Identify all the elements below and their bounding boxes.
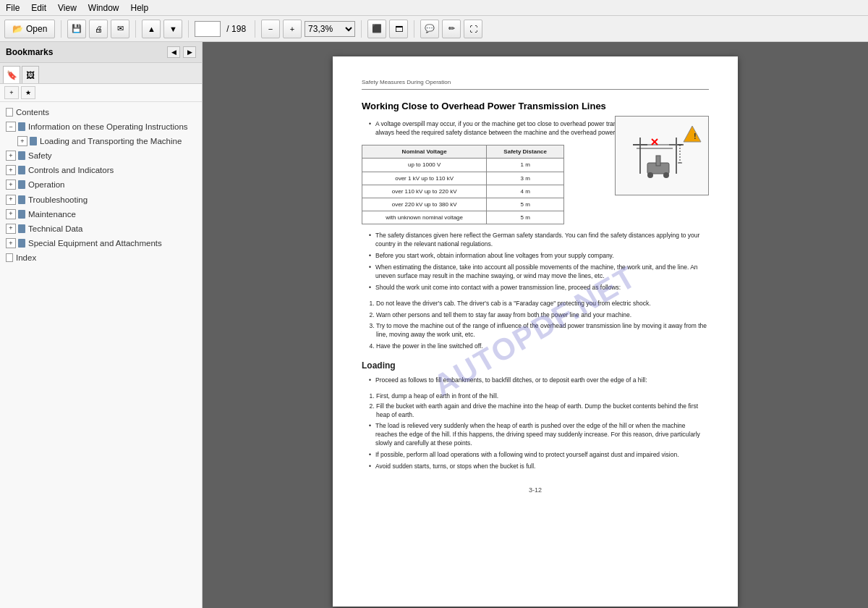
sidebar-collapse-button[interactable]: ◀ bbox=[167, 46, 180, 58]
toggle-info-ops[interactable]: − bbox=[6, 122, 16, 132]
sidebar-item-troubleshooting[interactable]: + Troubleshooting bbox=[0, 193, 202, 207]
sidebar-tabs: 🔖 🖼 bbox=[0, 63, 202, 84]
separator-4 bbox=[255, 20, 255, 38]
prev-page-button[interactable]: ▲ bbox=[142, 20, 161, 38]
email-button[interactable]: ✉ bbox=[111, 20, 129, 38]
numbered-item-2: Warn other persons and tell them to stay… bbox=[376, 311, 709, 320]
sidebar-item-contents[interactable]: Contents bbox=[0, 105, 202, 119]
sidebar-item-operation[interactable]: + Operation bbox=[0, 177, 202, 192]
sidebar-item-index[interactable]: Index bbox=[0, 250, 202, 265]
save-button[interactable]: 💾 bbox=[67, 20, 86, 38]
menu-edit[interactable]: Edit bbox=[31, 3, 46, 13]
toggle-technical-data[interactable]: + bbox=[6, 224, 16, 234]
comment-button[interactable]: 💬 bbox=[420, 20, 439, 38]
book-icon-info-ops bbox=[18, 122, 25, 131]
fit-page-button[interactable]: 🗖 bbox=[389, 20, 408, 38]
menu-bar: File Edit View Window Help bbox=[0, 0, 868, 16]
separator-3 bbox=[188, 20, 189, 38]
separator-1 bbox=[61, 20, 61, 38]
sidebar-expand-button[interactable]: ▶ bbox=[183, 46, 196, 58]
bullet-item-4: When estimating the distance, take into … bbox=[362, 263, 709, 281]
sidebar-item-maintenance[interactable]: + Maintenance bbox=[0, 207, 202, 221]
bullet-item-5: Should the work unit come into contact w… bbox=[362, 284, 709, 292]
svg-point-11 bbox=[647, 172, 653, 178]
sidebar-add-bookmark[interactable]: ★ bbox=[21, 86, 35, 99]
table-cell-distance: 1 m bbox=[487, 159, 564, 172]
zoom-select[interactable]: 50% 75% 73,3% 100% 125% 150% 200% bbox=[305, 21, 355, 37]
separator-6 bbox=[414, 20, 414, 38]
sidebar-content: Contents − Information on these Operatin… bbox=[0, 102, 202, 608]
menu-view[interactable]: View bbox=[58, 3, 77, 13]
toggle-maintenance[interactable]: + bbox=[6, 209, 16, 219]
sidebar-item-loading[interactable]: + Loading and Transporting the Machine bbox=[0, 134, 202, 148]
print-button[interactable]: 🖨 bbox=[89, 20, 108, 38]
separator-2 bbox=[135, 20, 136, 38]
page-input[interactable]: 38 bbox=[195, 21, 221, 37]
toggle-special-equip[interactable]: + bbox=[6, 238, 16, 248]
bullet-text-2: The safety distances given here reflect … bbox=[375, 232, 709, 249]
numbered-list: Do not leave the driver's cab. The drive… bbox=[362, 300, 709, 351]
table-cell-voltage: over 110 kV up to 220 kV bbox=[362, 185, 487, 198]
loading-bullet-1: Proceed as follows to fill embankments, … bbox=[362, 376, 709, 385]
fit-width-button[interactable]: ⬛ bbox=[367, 20, 386, 38]
sidebar-item-controls[interactable]: + Controls and Indicators bbox=[0, 163, 202, 177]
sidebar-item-technical-data[interactable]: + Technical Data bbox=[0, 221, 202, 236]
loading-sub-list: First, dump a heap of earth in front of … bbox=[362, 392, 709, 420]
next-page-button[interactable]: ▼ bbox=[163, 20, 182, 38]
sidebar-item-special-equip[interactable]: + Special Equipment and Attachments bbox=[0, 236, 202, 250]
table-cell-voltage: over 220 kV up to 380 kV bbox=[362, 198, 487, 211]
loading-sub-item-2: Fill the bucket with earth again and dri… bbox=[376, 402, 709, 420]
loading-bullet-text-3: If possible, perform all load operations… bbox=[375, 451, 679, 460]
menu-file[interactable]: File bbox=[6, 3, 20, 13]
toolbar: 📂 Open 💾 🖨 ✉ ▲ ▼ 38 / 198 − + 50% 75% 73… bbox=[0, 16, 868, 42]
table-cell-distance: 5 m bbox=[487, 211, 564, 224]
sidebar: Bookmarks ◀ ▶ 🔖 🖼 + ★ Contents − Info bbox=[0, 42, 203, 608]
menu-window[interactable]: Window bbox=[88, 3, 119, 13]
page-icon-contents bbox=[6, 108, 13, 117]
table-cell-voltage: up to 1000 V bbox=[362, 159, 487, 172]
numbered-item-3: Try to move the machine out of the range… bbox=[376, 322, 709, 339]
powerline-illustration: ! bbox=[618, 123, 705, 188]
open-button[interactable]: 📂 Open bbox=[4, 20, 55, 38]
book-icon-safety bbox=[18, 151, 25, 160]
bullet-item-3: Before you start work, obtain informatio… bbox=[362, 252, 709, 261]
book-icon-loading bbox=[30, 137, 37, 145]
table-cell-voltage: over 1 kV up to 110 kV bbox=[362, 172, 487, 185]
page-icon-index bbox=[6, 253, 13, 262]
tab-bookmarks[interactable]: 🔖 bbox=[3, 66, 20, 83]
page-number: 3-12 bbox=[362, 486, 709, 495]
book-icon-maintenance bbox=[18, 210, 25, 219]
sidebar-label-technical-data: Technical Data bbox=[28, 223, 199, 235]
zoom-in-button[interactable]: + bbox=[283, 20, 302, 38]
zoom-out-button[interactable]: − bbox=[261, 20, 280, 38]
sidebar-label-info-ops: Information on these Operating Instructi… bbox=[28, 121, 199, 132]
toggle-loading[interactable]: + bbox=[17, 136, 27, 146]
loading-bullet-text-4: Avoid sudden starts, turns, or stops whe… bbox=[375, 463, 535, 471]
tab-thumbs[interactable]: 🖼 bbox=[22, 66, 39, 83]
table-row: over 1 kV up to 110 kV3 m bbox=[362, 172, 564, 185]
sidebar-item-info-ops[interactable]: − Information on these Operating Instruc… bbox=[0, 119, 202, 134]
table-cell-distance: 4 m bbox=[487, 185, 564, 198]
sidebar-title: Bookmarks bbox=[6, 47, 53, 57]
bullet-text-5: Should the work unit come into contact w… bbox=[375, 284, 621, 292]
sidebar-expand-all[interactable]: + bbox=[4, 86, 19, 99]
sidebar-item-safety[interactable]: + Safety bbox=[0, 148, 202, 163]
page-header: Safety Measures During Operation bbox=[362, 78, 709, 90]
svg-point-12 bbox=[663, 172, 669, 178]
loading-sub-item-1: First, dump a heap of earth in front of … bbox=[376, 392, 709, 401]
sidebar-toolbar: + ★ bbox=[0, 84, 202, 102]
toggle-operation[interactable]: + bbox=[6, 180, 16, 190]
menu-help[interactable]: Help bbox=[131, 3, 149, 13]
loading-bullet-text-1: Proceed as follows to fill embankments, … bbox=[375, 376, 647, 385]
fullscreen-button[interactable]: ⛶ bbox=[464, 20, 482, 38]
svg-text:!: ! bbox=[694, 132, 697, 140]
table-cell-distance: 5 m bbox=[487, 198, 564, 211]
book-icon-operation bbox=[18, 180, 25, 189]
markup-button[interactable]: ✏ bbox=[442, 20, 461, 38]
toggle-troubleshooting[interactable]: + bbox=[6, 195, 16, 205]
bullet-item-2: The safety distances given here reflect … bbox=[362, 232, 709, 249]
toggle-safety[interactable]: + bbox=[6, 151, 16, 161]
voltage-table: Nominal Voltage Safety Distance up to 10… bbox=[362, 145, 564, 224]
table-cell-voltage: with unknown nominal voltage bbox=[362, 211, 487, 224]
toggle-controls[interactable]: + bbox=[6, 165, 16, 175]
